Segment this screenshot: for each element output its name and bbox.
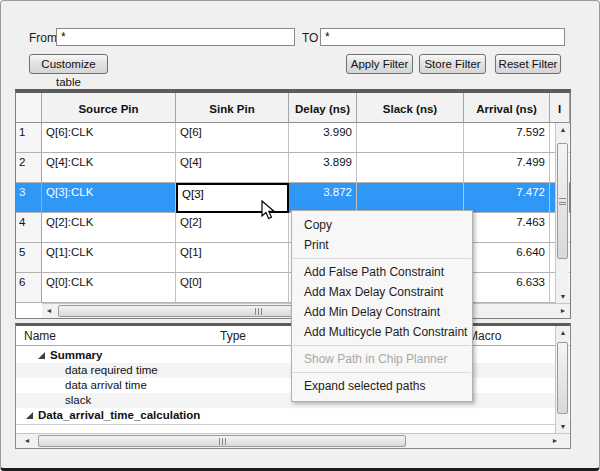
delay-cell[interactable]: 3.899 bbox=[289, 153, 357, 183]
arrival-cell[interactable]: 6.633 bbox=[464, 273, 550, 303]
sink-pin-cell[interactable]: Q[6] bbox=[176, 123, 289, 153]
details-column-macro[interactable]: Macro bbox=[468, 329, 501, 343]
row-number: 2 bbox=[16, 153, 42, 183]
to-input[interactable] bbox=[320, 28, 565, 46]
reset-filter-button[interactable]: Reset Filter bbox=[495, 54, 561, 74]
scroll-right-icon[interactable]: ► bbox=[556, 304, 570, 318]
row-number: 3 bbox=[16, 183, 42, 213]
column-header-source-pin[interactable]: Source Pin bbox=[42, 93, 176, 123]
source-pin-cell[interactable]: Q[2]:CLK bbox=[42, 213, 176, 243]
menu-separator bbox=[293, 372, 471, 373]
menu-item-add-multicycle-path-constraint[interactable]: Add Multicycle Path Constraint bbox=[292, 322, 472, 342]
delay-cell[interactable]: 3.990 bbox=[289, 123, 357, 153]
scroll-up-icon[interactable]: ▲ bbox=[556, 123, 570, 137]
tree-item-slack[interactable]: slack bbox=[16, 393, 556, 408]
thumb-grip-icon bbox=[559, 198, 566, 205]
thumb-grip-icon bbox=[255, 308, 262, 315]
timing-analyzer-window: From TO Customize table Apply Filter Sto… bbox=[0, 0, 600, 471]
details-vscroll-thumb[interactable] bbox=[557, 342, 568, 414]
scroll-down-icon[interactable]: ▼ bbox=[556, 420, 570, 434]
column-header-rownum[interactable] bbox=[16, 93, 42, 123]
tree-item-summary[interactable]: Summary bbox=[16, 348, 556, 363]
row-number: 1 bbox=[16, 123, 42, 153]
to-label: TO bbox=[302, 31, 318, 45]
column-header-delay[interactable]: Delay (ns) bbox=[289, 93, 357, 123]
sink-pin-cell[interactable]: Q[0] bbox=[176, 273, 289, 303]
scroll-left-icon[interactable]: ◄ bbox=[20, 434, 34, 448]
row-number: 4 bbox=[16, 213, 42, 243]
arrival-cell[interactable]: 7.592 bbox=[464, 123, 550, 153]
menu-item-copy[interactable]: Copy bbox=[292, 215, 472, 235]
tree-item-label: Data_arrival_time_calculation bbox=[38, 409, 200, 421]
table-header-row: Source Pin Sink Pin Delay (ns) Slack (ns… bbox=[16, 93, 570, 123]
slack-cell[interactable] bbox=[357, 183, 464, 213]
source-pin-cell[interactable]: Q[6]:CLK bbox=[42, 123, 176, 153]
scroll-up-icon[interactable]: ▲ bbox=[556, 326, 570, 340]
table-row-selected[interactable]: 3 Q[3]:CLK Q[3] 3.872 7.472 bbox=[16, 183, 570, 213]
tree-item-label: data arrival time bbox=[65, 379, 147, 391]
tree-item-label: data required time bbox=[65, 364, 158, 376]
menu-item-add-max-delay-constraint[interactable]: Add Max Delay Constraint bbox=[292, 282, 472, 302]
delay-cell[interactable]: 3.872 bbox=[289, 183, 357, 213]
details-hscroll-thumb[interactable] bbox=[38, 435, 406, 447]
customize-table-button[interactable]: Customize table bbox=[29, 54, 108, 74]
source-pin-cell[interactable]: Q[0]:CLK bbox=[42, 273, 176, 303]
tree-item-data-arrival-time-calculation[interactable]: Data_arrival_time_calculation bbox=[16, 408, 556, 425]
source-pin-cell[interactable]: Q[3]:CLK bbox=[42, 183, 176, 213]
arrival-cell[interactable]: 7.499 bbox=[464, 153, 550, 183]
sink-pin-cell[interactable]: Q[1] bbox=[176, 243, 289, 273]
from-label: From bbox=[29, 31, 57, 45]
details-vertical-scrollbar[interactable]: ▲ ▼ bbox=[555, 326, 569, 434]
column-header-arrival[interactable]: Arrival (ns) bbox=[464, 93, 550, 123]
table-row[interactable]: 1 Q[6]:CLK Q[6] 3.990 7.592 bbox=[16, 123, 570, 153]
source-pin-cell[interactable]: Q[1]:CLK bbox=[42, 243, 176, 273]
details-column-name[interactable]: Name bbox=[24, 329, 56, 343]
tree-item-data-arrival-time[interactable]: data arrival time bbox=[16, 378, 556, 393]
menu-item-print[interactable]: Print bbox=[292, 235, 472, 255]
column-header-clipped[interactable]: I bbox=[550, 93, 570, 123]
expander-icon[interactable] bbox=[38, 352, 45, 359]
tree-item-data-required-time[interactable]: data required time bbox=[16, 363, 556, 378]
tree-item-label: slack bbox=[65, 394, 91, 406]
arrival-cell[interactable]: 7.463 bbox=[464, 213, 550, 243]
table-vertical-scrollbar[interactable]: ▲ ▼ bbox=[555, 123, 569, 304]
menu-separator bbox=[293, 345, 471, 346]
table-row[interactable]: 2 Q[4]:CLK Q[4] 3.899 7.499 bbox=[16, 153, 570, 183]
scroll-down-icon[interactable]: ▼ bbox=[556, 290, 570, 304]
menu-item-expand-selected-paths[interactable]: Expand selected paths bbox=[292, 376, 472, 396]
slack-cell[interactable] bbox=[357, 123, 464, 153]
menu-item-add-false-path-constraint[interactable]: Add False Path Constraint bbox=[292, 262, 472, 282]
column-header-sink-pin[interactable]: Sink Pin bbox=[176, 93, 289, 123]
menu-separator bbox=[293, 258, 471, 259]
details-column-type[interactable]: Type bbox=[220, 329, 246, 343]
context-menu: Copy Print Add False Path Constraint Add… bbox=[291, 210, 473, 402]
thumb-grip-icon bbox=[219, 438, 226, 445]
expander-icon[interactable] bbox=[26, 412, 33, 419]
apply-filter-button[interactable]: Apply Filter bbox=[346, 54, 413, 74]
slack-cell[interactable] bbox=[357, 153, 464, 183]
menu-item-add-min-delay-constraint[interactable]: Add Min Delay Constraint bbox=[292, 302, 472, 322]
tree-item-label: Summary bbox=[50, 349, 102, 361]
column-header-slack[interactable]: Slack (ns) bbox=[357, 93, 464, 123]
menu-item-show-path-in-chip-planner: Show Path in Chip Planner bbox=[292, 349, 472, 369]
store-filter-button[interactable]: Store Filter bbox=[419, 54, 486, 74]
row-number: 5 bbox=[16, 243, 42, 273]
source-pin-cell[interactable]: Q[4]:CLK bbox=[42, 153, 176, 183]
details-horizontal-scrollbar[interactable]: ◄ ► bbox=[16, 433, 570, 448]
from-input[interactable] bbox=[56, 28, 295, 46]
row-number: 6 bbox=[16, 273, 42, 303]
arrival-cell[interactable]: 7.472 bbox=[464, 183, 550, 213]
sink-pin-cell[interactable]: Q[4] bbox=[176, 153, 289, 183]
scroll-left-icon[interactable]: ◄ bbox=[42, 304, 56, 318]
table-vscroll-thumb[interactable] bbox=[557, 143, 568, 259]
mouse-cursor-icon bbox=[261, 200, 277, 222]
scroll-right-icon[interactable]: ► bbox=[548, 434, 562, 448]
arrival-cell[interactable]: 6.640 bbox=[464, 243, 550, 273]
